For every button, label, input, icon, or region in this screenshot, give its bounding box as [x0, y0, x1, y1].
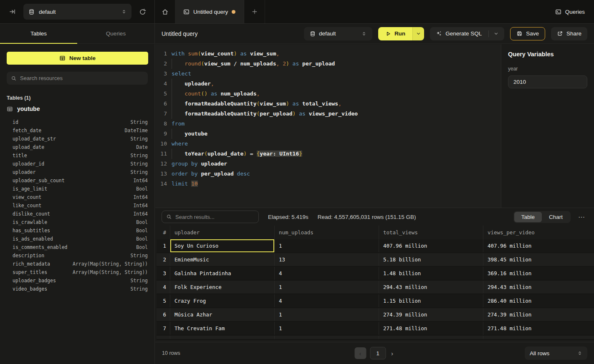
save-icon — [516, 30, 523, 37]
schema-field[interactable]: super_titlesArray(Map(String, String)) — [0, 268, 154, 276]
tab-tables[interactable]: Tables — [0, 24, 77, 43]
schema-field[interactable]: view_countInt64 — [0, 193, 154, 201]
variable-name-label: year — [508, 66, 587, 72]
result-cell — [483, 336, 594, 339]
result-cell[interactable]: Música Azhar — [170, 308, 275, 321]
editor-database-selector[interactable]: default — [304, 27, 372, 40]
page-size-selector[interactable]: All rows — [525, 346, 587, 360]
new-tab-button[interactable] — [244, 0, 265, 23]
share-button[interactable]: Share — [551, 27, 587, 40]
result-cell[interactable]: 1 — [275, 239, 379, 252]
schema-field[interactable]: is_crawlableBool — [0, 218, 154, 226]
prev-page-button[interactable]: ‹ — [354, 347, 366, 359]
table-row: 1Soy Un Curioso1407.96 million407.96 mil… — [157, 239, 594, 253]
result-cell[interactable]: 274.39 million — [483, 308, 594, 321]
column-header[interactable]: views_per_video — [483, 226, 594, 239]
resource-search-input[interactable] — [20, 75, 144, 81]
sidebar-item-youtube-table[interactable]: youtube — [0, 103, 154, 114]
result-cell[interactable]: 5.18 billion — [379, 253, 483, 266]
schema-field[interactable]: has_subtitlesBool — [0, 226, 154, 235]
schema-field[interactable]: rich_metadataArray(Map(String, String)) — [0, 260, 154, 268]
result-cell[interactable]: 271.48 million — [483, 322, 594, 335]
result-cell[interactable]: 1 — [275, 281, 379, 294]
result-cell[interactable]: 294.43 million — [483, 281, 594, 294]
result-cell[interactable]: 4 — [275, 294, 379, 307]
result-cell[interactable]: 398.45 million — [483, 253, 594, 266]
schema-field[interactable]: is_ads_enabledBool — [0, 235, 154, 243]
results-search-input[interactable] — [175, 214, 254, 220]
row-number: 6 — [157, 308, 170, 321]
result-cell[interactable]: 1 — [275, 308, 379, 321]
column-header[interactable]: uploader — [170, 226, 275, 239]
schema-field[interactable]: uploaderString — [0, 168, 154, 176]
schema-field[interactable]: upload_date_strString — [0, 135, 154, 143]
column-header[interactable]: num_uploads — [275, 226, 379, 239]
terminal-icon — [555, 9, 561, 15]
result-cell[interactable]: 1 — [275, 322, 379, 335]
save-button[interactable]: Save — [510, 27, 545, 40]
tab-tables-label: Tables — [30, 30, 47, 37]
run-button-group: Run — [378, 27, 424, 40]
code-line: 1with sum(view_count) as view_sum, — [155, 49, 501, 59]
schema-field[interactable]: uploader_idString — [0, 160, 154, 168]
result-cell[interactable]: 1.15 billion — [379, 294, 483, 307]
current-page-input[interactable]: 1 — [370, 347, 386, 359]
result-cell[interactable]: 294.43 million — [379, 281, 483, 294]
result-cell[interactable]: Soy Un Curioso — [170, 239, 275, 252]
result-cell[interactable]: 274.39 million — [379, 308, 483, 321]
result-cell[interactable]: 407.96 million — [483, 239, 594, 252]
view-table-button[interactable]: Table — [514, 212, 542, 222]
result-cell[interactable]: 13 — [275, 253, 379, 266]
result-cell[interactable]: 4 — [275, 267, 379, 280]
result-cell[interactable]: Galinha Pintadinha — [170, 267, 275, 280]
updown-chevron-icon — [577, 350, 582, 356]
code-editor[interactable]: 1with sum(view_count) as view_sum,2 roun… — [155, 44, 501, 208]
database-selector[interactable]: default — [23, 4, 131, 20]
run-button[interactable]: Run — [378, 27, 412, 40]
result-cell[interactable]: 407.96 million — [379, 239, 483, 252]
next-page-button[interactable]: › — [389, 350, 395, 357]
page-size-label: All rows — [530, 350, 549, 356]
result-cell[interactable]: 369.16 million — [483, 267, 594, 280]
result-cell[interactable]: EminemMusic — [170, 253, 275, 266]
database-icon — [310, 31, 316, 37]
more-options-icon[interactable]: ⋯ — [576, 213, 588, 221]
schema-field[interactable]: dislike_countInt64 — [0, 210, 154, 218]
result-cell[interactable]: The Crevatin Fam — [170, 322, 275, 335]
tab-queries[interactable]: Queries — [77, 24, 154, 43]
run-options-button[interactable] — [412, 27, 424, 40]
new-table-button[interactable]: New table — [7, 52, 148, 65]
code-line: 12group by uploader — [155, 159, 501, 169]
schema-field[interactable]: titleString — [0, 151, 154, 160]
schema-field[interactable]: idString — [0, 118, 154, 126]
schema-field[interactable]: video_badgesString — [0, 285, 154, 293]
tab-untitled-query[interactable]: Untitled query — [175, 0, 244, 23]
row-number: 7 — [157, 322, 170, 335]
schema-field[interactable]: descriptionString — [0, 251, 154, 260]
schema-field[interactable]: is_age_limitBool — [0, 185, 154, 193]
share-icon — [557, 30, 563, 37]
chevron-down-icon[interactable] — [494, 31, 498, 36]
schema-field[interactable]: uploader_sub_countInt64 — [0, 176, 154, 185]
result-cell[interactable]: Folk Experience — [170, 281, 275, 294]
generate-sql-button[interactable]: Generate SQL — [430, 27, 504, 40]
schema-field[interactable]: fetch_dateDateTime — [0, 126, 154, 135]
home-button[interactable] — [155, 0, 175, 23]
queries-link[interactable]: Queries — [546, 0, 594, 23]
schema-field[interactable]: upload_dateDate — [0, 143, 154, 151]
variable-year-input[interactable] — [508, 75, 587, 88]
collapse-sidebar-icon[interactable] — [8, 7, 18, 17]
schema-field[interactable]: uploader_badgesString — [0, 276, 154, 285]
schema-field[interactable]: is_comments_enabledBool — [0, 243, 154, 251]
result-cell[interactable]: Crazy Frog — [170, 294, 275, 307]
result-cell[interactable]: 286.40 million — [483, 294, 594, 307]
result-cell[interactable]: 271.48 million — [379, 322, 483, 335]
view-chart-button[interactable]: Chart — [542, 212, 570, 222]
refresh-icon[interactable] — [137, 7, 148, 17]
column-header[interactable]: total_views — [379, 226, 483, 239]
results-search[interactable] — [162, 211, 259, 223]
resource-search[interactable] — [7, 72, 148, 85]
result-cell[interactable]: 1.48 billion — [379, 267, 483, 280]
code-line: 9 youtube — [155, 129, 501, 139]
schema-field[interactable]: like_countInt64 — [0, 201, 154, 210]
